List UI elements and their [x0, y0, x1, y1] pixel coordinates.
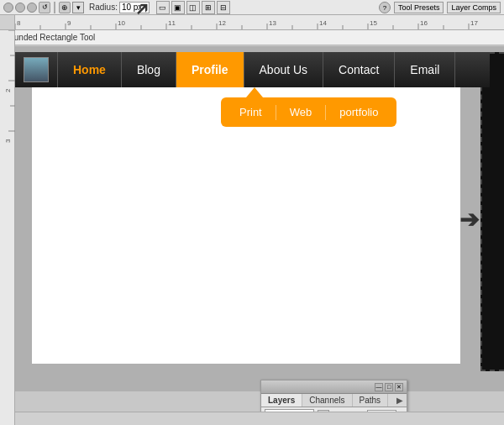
minimize-icon[interactable]: — — [375, 383, 383, 391]
icon-6[interactable]: ▾ — [72, 2, 84, 13]
maximize-icon[interactable]: □ — [385, 383, 393, 391]
dropdown-divider-1 — [276, 105, 276, 120]
toolbar-icons: ↺ ⊕ ▾ — [3, 2, 84, 13]
svg-text:15: 15 — [370, 19, 377, 27]
icon-1[interactable] — [3, 3, 13, 13]
ruler-corner — [0, 15, 15, 30]
ruler-svg: 8 9 10 11 12 13 14 15 16 — [15, 15, 504, 30]
svg-text:14: 14 — [319, 19, 327, 27]
svg-text:9: 9 — [67, 19, 71, 27]
dropdown-item-print[interactable]: Print — [229, 102, 272, 122]
close-icon[interactable]: ✕ — [395, 383, 403, 391]
ruler-row: 8 9 10 11 12 13 14 15 16 — [0, 15, 504, 30]
question-icon[interactable]: ? — [379, 2, 391, 13]
tool-name-label: Rounded Rectangle Tool — [3, 33, 95, 42]
rect-icon-3[interactable]: ◫ — [186, 1, 200, 14]
layer-comps-button[interactable]: Layer Comps — [447, 2, 501, 13]
nav-logo — [24, 57, 49, 82]
vertical-ruler-svg: 2 3 — [0, 30, 15, 408]
svg-text:8: 8 — [17, 19, 21, 27]
dropdown-container: Print Web portfolio — [221, 87, 396, 127]
dropdown-item-portfolio[interactable]: portfolio — [329, 102, 388, 122]
svg-text:11: 11 — [168, 19, 176, 27]
nav-item-profile[interactable]: Profile — [176, 52, 244, 87]
tb-right-group: ▭ ▣ ◫ ⊞ ⊟ — [156, 1, 230, 14]
nav-item-home[interactable]: Home — [57, 52, 122, 87]
divider — [54, 2, 55, 13]
rect-icon-5[interactable]: ⊟ — [217, 1, 230, 14]
rect-icon-2[interactable]: ▣ — [171, 1, 185, 14]
tab-paths[interactable]: Paths — [353, 394, 389, 407]
right-arrow-indicator: ➔ — [459, 206, 479, 233]
layers-tab-arrow[interactable]: ▶ — [393, 394, 407, 407]
svg-text:12: 12 — [218, 19, 226, 27]
layers-tabs: Layers Channels Paths ▶ — [261, 394, 407, 407]
radius-label: Radius: — [89, 3, 118, 12]
nav-container: Home Blog Profile About Us Contact Email… — [15, 52, 490, 87]
dropdown-menu: Print Web portfolio — [221, 97, 396, 127]
tab-channels[interactable]: Channels — [302, 394, 352, 407]
icon-4[interactable]: ↺ — [39, 2, 50, 13]
layers-titlebar: — □ ✕ — [261, 380, 407, 394]
rect-icon[interactable]: ▭ — [156, 1, 170, 14]
toolbar: ↺ ⊕ ▾ Radius: ▭ ▣ ◫ ⊞ ⊟ ? Tool Presets L… — [0, 0, 504, 15]
nav-item-blog[interactable]: Blog — [122, 52, 176, 87]
svg-text:3: 3 — [4, 139, 12, 143]
rect-icon-4[interactable]: ⊞ — [202, 1, 215, 14]
nav-items: Home Blog Profile About Us Contact Email — [57, 52, 455, 87]
horizontal-ruler: 8 9 10 11 12 13 14 15 16 — [15, 15, 504, 30]
svg-text:16: 16 — [420, 19, 428, 27]
nav-bar: Home Blog Profile About Us Contact Email — [15, 52, 490, 87]
dropdown-divider-2 — [325, 105, 326, 120]
svg-text:10: 10 — [118, 19, 125, 27]
nav-item-email[interactable]: Email — [395, 52, 455, 87]
nav-item-aboutus[interactable]: About Us — [244, 52, 324, 87]
vertical-ruler: 2 3 — [0, 30, 15, 425]
right-buttons: ? Tool Presets Layer Comps — [379, 2, 501, 13]
layers-titlebar-icons: — □ ✕ — [375, 383, 403, 391]
dropdown-item-web[interactable]: Web — [280, 102, 323, 122]
radius-input[interactable] — [119, 2, 150, 13]
icon-3[interactable] — [27, 3, 37, 13]
svg-text:17: 17 — [470, 19, 478, 27]
icon-2[interactable] — [15, 3, 25, 13]
tool-presets-button[interactable]: Tool Presets — [394, 2, 444, 13]
nav-item-contact[interactable]: Contact — [323, 52, 395, 87]
dark-rect-panel — [480, 52, 504, 371]
tool-options-bar: Rounded Rectangle Tool — [0, 30, 504, 45]
svg-text:2: 2 — [4, 88, 12, 92]
dropdown-arrow — [246, 87, 263, 97]
tab-layers[interactable]: Layers — [261, 394, 302, 407]
icon-5[interactable]: ⊕ — [59, 2, 71, 13]
horizontal-scrollbar[interactable] — [15, 412, 504, 425]
svg-text:13: 13 — [269, 19, 276, 27]
